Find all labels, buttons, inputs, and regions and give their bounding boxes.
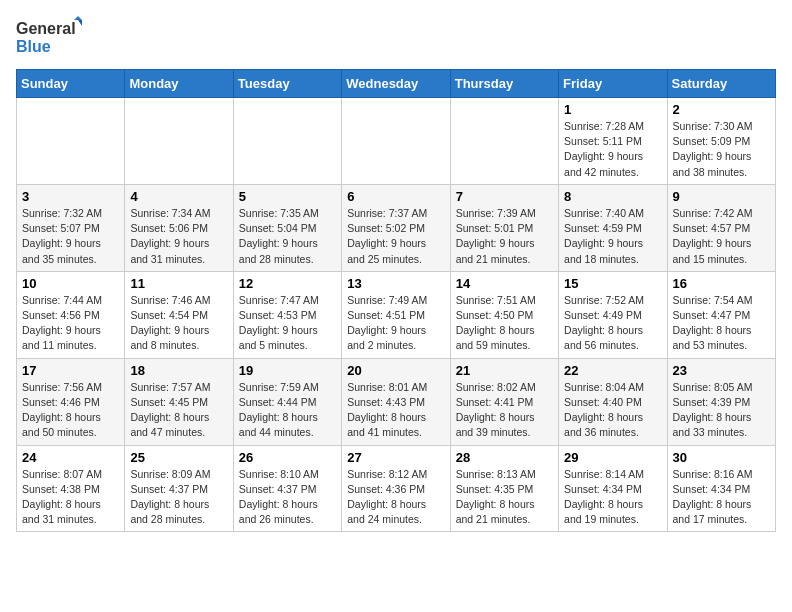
svg-marker-2 [74, 16, 82, 20]
day-number: 10 [22, 276, 119, 291]
calendar-day-cell: 21Sunrise: 8:02 AM Sunset: 4:41 PM Dayli… [450, 358, 558, 445]
calendar-day-cell: 2Sunrise: 7:30 AM Sunset: 5:09 PM Daylig… [667, 98, 775, 185]
calendar-week-row: 17Sunrise: 7:56 AM Sunset: 4:46 PM Dayli… [17, 358, 776, 445]
day-number: 7 [456, 189, 553, 204]
day-number: 14 [456, 276, 553, 291]
page-header: GeneralBlue [16, 16, 776, 61]
calendar-day-cell: 7Sunrise: 7:39 AM Sunset: 5:01 PM Daylig… [450, 184, 558, 271]
day-number: 25 [130, 450, 227, 465]
day-info: Sunrise: 8:02 AM Sunset: 4:41 PM Dayligh… [456, 380, 553, 441]
day-number: 22 [564, 363, 661, 378]
calendar-day-cell: 24Sunrise: 8:07 AM Sunset: 4:38 PM Dayli… [17, 445, 125, 532]
calendar-day-cell: 19Sunrise: 7:59 AM Sunset: 4:44 PM Dayli… [233, 358, 341, 445]
day-info: Sunrise: 8:09 AM Sunset: 4:37 PM Dayligh… [130, 467, 227, 528]
logo-svg: GeneralBlue [16, 16, 86, 61]
day-number: 29 [564, 450, 661, 465]
day-info: Sunrise: 7:30 AM Sunset: 5:09 PM Dayligh… [673, 119, 770, 180]
day-number: 28 [456, 450, 553, 465]
day-number: 15 [564, 276, 661, 291]
day-number: 13 [347, 276, 444, 291]
day-number: 12 [239, 276, 336, 291]
calendar-week-row: 1Sunrise: 7:28 AM Sunset: 5:11 PM Daylig… [17, 98, 776, 185]
day-number: 27 [347, 450, 444, 465]
calendar-day-cell [233, 98, 341, 185]
day-info: Sunrise: 7:37 AM Sunset: 5:02 PM Dayligh… [347, 206, 444, 267]
day-info: Sunrise: 7:59 AM Sunset: 4:44 PM Dayligh… [239, 380, 336, 441]
calendar-day-cell: 5Sunrise: 7:35 AM Sunset: 5:04 PM Daylig… [233, 184, 341, 271]
svg-text:Blue: Blue [16, 38, 51, 55]
day-number: 20 [347, 363, 444, 378]
calendar-day-cell: 18Sunrise: 7:57 AM Sunset: 4:45 PM Dayli… [125, 358, 233, 445]
day-info: Sunrise: 8:16 AM Sunset: 4:34 PM Dayligh… [673, 467, 770, 528]
calendar-day-cell: 6Sunrise: 7:37 AM Sunset: 5:02 PM Daylig… [342, 184, 450, 271]
calendar-day-cell: 13Sunrise: 7:49 AM Sunset: 4:51 PM Dayli… [342, 271, 450, 358]
calendar-day-cell: 20Sunrise: 8:01 AM Sunset: 4:43 PM Dayli… [342, 358, 450, 445]
calendar-day-cell [342, 98, 450, 185]
calendar-day-cell: 9Sunrise: 7:42 AM Sunset: 4:57 PM Daylig… [667, 184, 775, 271]
calendar-day-cell: 10Sunrise: 7:44 AM Sunset: 4:56 PM Dayli… [17, 271, 125, 358]
calendar-day-cell: 30Sunrise: 8:16 AM Sunset: 4:34 PM Dayli… [667, 445, 775, 532]
day-info: Sunrise: 8:07 AM Sunset: 4:38 PM Dayligh… [22, 467, 119, 528]
day-info: Sunrise: 7:54 AM Sunset: 4:47 PM Dayligh… [673, 293, 770, 354]
day-info: Sunrise: 7:42 AM Sunset: 4:57 PM Dayligh… [673, 206, 770, 267]
day-info: Sunrise: 7:47 AM Sunset: 4:53 PM Dayligh… [239, 293, 336, 354]
day-info: Sunrise: 8:12 AM Sunset: 4:36 PM Dayligh… [347, 467, 444, 528]
day-number: 26 [239, 450, 336, 465]
day-number: 24 [22, 450, 119, 465]
day-info: Sunrise: 7:51 AM Sunset: 4:50 PM Dayligh… [456, 293, 553, 354]
svg-marker-3 [78, 20, 82, 26]
day-info: Sunrise: 8:10 AM Sunset: 4:37 PM Dayligh… [239, 467, 336, 528]
calendar-day-cell: 14Sunrise: 7:51 AM Sunset: 4:50 PM Dayli… [450, 271, 558, 358]
day-number: 19 [239, 363, 336, 378]
calendar-day-cell: 22Sunrise: 8:04 AM Sunset: 4:40 PM Dayli… [559, 358, 667, 445]
weekday-header: Sunday [17, 70, 125, 98]
weekday-header: Friday [559, 70, 667, 98]
calendar-day-cell [125, 98, 233, 185]
calendar-day-cell: 8Sunrise: 7:40 AM Sunset: 4:59 PM Daylig… [559, 184, 667, 271]
day-info: Sunrise: 8:13 AM Sunset: 4:35 PM Dayligh… [456, 467, 553, 528]
weekday-header: Tuesday [233, 70, 341, 98]
day-info: Sunrise: 8:01 AM Sunset: 4:43 PM Dayligh… [347, 380, 444, 441]
weekday-header: Saturday [667, 70, 775, 98]
weekday-header: Thursday [450, 70, 558, 98]
day-info: Sunrise: 7:56 AM Sunset: 4:46 PM Dayligh… [22, 380, 119, 441]
day-number: 21 [456, 363, 553, 378]
day-info: Sunrise: 7:34 AM Sunset: 5:06 PM Dayligh… [130, 206, 227, 267]
day-info: Sunrise: 7:44 AM Sunset: 4:56 PM Dayligh… [22, 293, 119, 354]
day-info: Sunrise: 8:14 AM Sunset: 4:34 PM Dayligh… [564, 467, 661, 528]
day-info: Sunrise: 7:32 AM Sunset: 5:07 PM Dayligh… [22, 206, 119, 267]
day-number: 17 [22, 363, 119, 378]
day-number: 16 [673, 276, 770, 291]
calendar-day-cell: 3Sunrise: 7:32 AM Sunset: 5:07 PM Daylig… [17, 184, 125, 271]
calendar-day-cell: 16Sunrise: 7:54 AM Sunset: 4:47 PM Dayli… [667, 271, 775, 358]
day-number: 2 [673, 102, 770, 117]
day-number: 9 [673, 189, 770, 204]
weekday-header: Wednesday [342, 70, 450, 98]
calendar-day-cell: 17Sunrise: 7:56 AM Sunset: 4:46 PM Dayli… [17, 358, 125, 445]
day-info: Sunrise: 7:46 AM Sunset: 4:54 PM Dayligh… [130, 293, 227, 354]
calendar-day-cell: 25Sunrise: 8:09 AM Sunset: 4:37 PM Dayli… [125, 445, 233, 532]
calendar-day-cell [450, 98, 558, 185]
day-info: Sunrise: 7:40 AM Sunset: 4:59 PM Dayligh… [564, 206, 661, 267]
calendar-day-cell [17, 98, 125, 185]
calendar-header-row: SundayMondayTuesdayWednesdayThursdayFrid… [17, 70, 776, 98]
calendar-day-cell: 28Sunrise: 8:13 AM Sunset: 4:35 PM Dayli… [450, 445, 558, 532]
calendar-week-row: 10Sunrise: 7:44 AM Sunset: 4:56 PM Dayli… [17, 271, 776, 358]
calendar-day-cell: 12Sunrise: 7:47 AM Sunset: 4:53 PM Dayli… [233, 271, 341, 358]
weekday-header: Monday [125, 70, 233, 98]
calendar-day-cell: 23Sunrise: 8:05 AM Sunset: 4:39 PM Dayli… [667, 358, 775, 445]
calendar-day-cell: 26Sunrise: 8:10 AM Sunset: 4:37 PM Dayli… [233, 445, 341, 532]
calendar-day-cell: 27Sunrise: 8:12 AM Sunset: 4:36 PM Dayli… [342, 445, 450, 532]
calendar-day-cell: 4Sunrise: 7:34 AM Sunset: 5:06 PM Daylig… [125, 184, 233, 271]
day-number: 18 [130, 363, 227, 378]
day-info: Sunrise: 8:05 AM Sunset: 4:39 PM Dayligh… [673, 380, 770, 441]
calendar-day-cell: 29Sunrise: 8:14 AM Sunset: 4:34 PM Dayli… [559, 445, 667, 532]
day-number: 3 [22, 189, 119, 204]
day-number: 4 [130, 189, 227, 204]
day-info: Sunrise: 7:49 AM Sunset: 4:51 PM Dayligh… [347, 293, 444, 354]
calendar-table: SundayMondayTuesdayWednesdayThursdayFrid… [16, 69, 776, 532]
day-number: 30 [673, 450, 770, 465]
logo: GeneralBlue [16, 16, 86, 61]
day-info: Sunrise: 8:04 AM Sunset: 4:40 PM Dayligh… [564, 380, 661, 441]
calendar-week-row: 3Sunrise: 7:32 AM Sunset: 5:07 PM Daylig… [17, 184, 776, 271]
